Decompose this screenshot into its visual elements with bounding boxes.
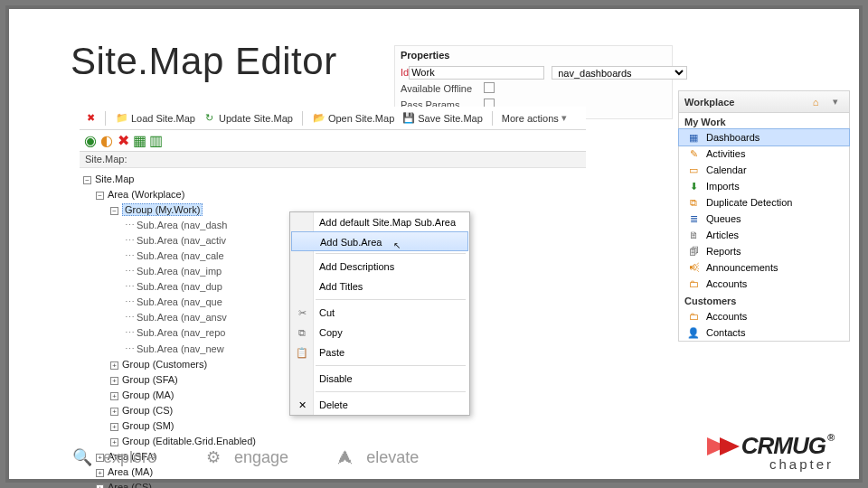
footer-engage: ⚙engage — [203, 447, 288, 467]
articles-icon: 🗎 — [686, 229, 701, 241]
editor-toolbar: ✖ 📁Load Site.Map ↻Update Site.Map 📂Open … — [80, 107, 586, 130]
copy-icon: ⧉ — [295, 325, 309, 340]
nav-item-accounts2[interactable]: 🗀Accounts — [679, 308, 849, 324]
prop-offline-checkbox[interactable] — [484, 82, 495, 93]
ctx-add-default-subarea[interactable]: Add default Site.Map Sub.Area — [290, 212, 469, 232]
load-sitemap-button[interactable]: 📁Load Site.Map — [111, 110, 199, 127]
calendar-icon: ▭ — [686, 164, 701, 176]
crm-nav-panel: Workplace ⌂ ▾ My Work ▦Dashboards ✎Activ… — [678, 90, 850, 342]
slide-title: Site.Map Editor — [71, 40, 337, 83]
tree-node-area-workplace[interactable]: −Area (Workplace) — [81, 187, 584, 202]
search-icon: 🔍 — [72, 447, 92, 467]
more-actions-button[interactable]: More actions▾ — [498, 110, 571, 126]
queues-icon: ≣ — [686, 212, 701, 225]
footer-elevate: ⮝elevate — [335, 447, 419, 467]
toggle-icon[interactable]: ◐ — [100, 135, 113, 147]
nav-item-dashboards[interactable]: ▦Dashboards — [679, 129, 849, 145]
ctx-copy[interactable]: ⧉Copy — [290, 323, 469, 343]
open-sitemap-button[interactable]: 📂Open Site.Map — [308, 110, 398, 127]
open-sitemap-label: Open Site.Map — [328, 113, 394, 124]
more-actions-label: More actions — [502, 113, 559, 124]
cut-icon: ✂ — [295, 305, 309, 320]
save-sitemap-button[interactable]: 💾Save Site.Map — [398, 110, 486, 127]
ctx-add-titles[interactable]: Add Titles — [290, 277, 469, 296]
ctx-paste[interactable]: 📋Paste — [290, 343, 469, 362]
update-sitemap-label: Update Site.Map — [219, 113, 293, 124]
save-sitemap-label: Save Site.Map — [418, 113, 483, 124]
prop-id-label: Id — [401, 67, 409, 78]
load-sitemap-label: Load Site.Map — [131, 113, 195, 124]
ctx-add-descriptions[interactable]: Add Descriptions — [290, 257, 469, 277]
nav-chevron-down-icon[interactable]: ▾ — [827, 94, 844, 110]
accounts-icon: 🗀 — [686, 310, 701, 323]
properties-header: Properties — [401, 50, 666, 61]
chevron-down-icon: ▾ — [561, 112, 567, 124]
prop-id-select[interactable]: nav_dashboards — [552, 66, 687, 80]
ctx-disable[interactable]: Disable — [290, 369, 469, 389]
nav-section-customers: Customers — [679, 292, 849, 308]
activities-icon: ✎ — [686, 147, 701, 160]
folder-icon: 📁 — [116, 112, 128, 125]
export-icon[interactable]: ▥ — [149, 135, 162, 147]
nav-section-mywork: My Work — [679, 113, 849, 129]
accounts-icon: 🗀 — [686, 277, 701, 290]
logo-triangle-icon — [720, 437, 740, 455]
slide-footer: 🔍explore ⚙engage ⮝elevate CRMUG® chapter — [9, 439, 859, 479]
footer-explore: 🔍explore — [72, 447, 156, 467]
nav-item-imports[interactable]: ⬇Imports — [679, 178, 849, 194]
contacts-icon: 👤 — [686, 326, 701, 339]
context-menu: Add default Site.Map Sub.Area Add Sub.Ar… — [289, 211, 470, 416]
nav-item-announcements[interactable]: 🕬Announcements — [679, 259, 849, 276]
nav-item-calendar[interactable]: ▭Calendar — [679, 162, 849, 178]
update-sitemap-button[interactable]: ↻Update Site.Map — [199, 110, 297, 127]
prop-id-input[interactable] — [409, 66, 544, 80]
refresh-icon: ↻ — [203, 112, 216, 125]
delete-x-icon: ✕ — [295, 398, 309, 412]
nav-title: Workplace — [684, 97, 804, 108]
ctx-delete[interactable]: ✕Delete — [290, 395, 469, 415]
reports-icon: 🗐 — [686, 245, 701, 258]
nav-item-queues[interactable]: ≣Queues — [679, 211, 849, 227]
sitemap-editor-panel: ✖ 📁Load Site.Map ↻Update Site.Map 📂Open … — [80, 107, 586, 432]
duplicate-icon: ⧉ — [686, 196, 701, 209]
gear-icon: ⚙ — [203, 447, 223, 467]
save-icon: 💾 — [402, 112, 415, 125]
close-icon[interactable]: ✖ — [84, 112, 97, 125]
home-icon[interactable]: ⌂ — [807, 94, 824, 110]
editor-toolbar-2: ◉ ◐ ✖ ▦ ▥ — [80, 130, 586, 152]
tree-node-group-sm[interactable]: +Group (SM) — [81, 418, 584, 434]
nav-item-accounts[interactable]: 🗀Accounts — [679, 276, 849, 292]
ctx-add-subarea[interactable]: Add Sub.Area↖ — [291, 231, 468, 251]
prop-offline-label: Available Offline — [401, 83, 484, 94]
delete-icon[interactable]: ✖ — [117, 135, 129, 147]
open-icon: 📂 — [313, 112, 326, 125]
announcements-icon: 🕬 — [686, 261, 701, 274]
nav-item-contacts[interactable]: 👤Contacts — [679, 324, 849, 341]
breadcrumb: Site.Map: — [80, 152, 586, 168]
arrow-up-icon: ⮝ — [335, 447, 355, 467]
crmug-logo: CRMUG® chapter — [707, 432, 834, 472]
tree-node-area-cs[interactable]: +Area (CS) — [81, 480, 584, 488]
nav-item-reports[interactable]: 🗐Reports — [679, 243, 849, 259]
paste-icon: 📋 — [295, 345, 309, 360]
add-icon[interactable]: ◉ — [84, 135, 97, 147]
nav-item-duplicate[interactable]: ⧉Duplicate Detection — [679, 194, 849, 211]
dashboard-icon: ▦ — [686, 131, 701, 144]
excel-icon[interactable]: ▦ — [133, 135, 146, 147]
tree-node-root[interactable]: −Site.Map — [81, 172, 584, 187]
nav-item-articles[interactable]: 🗎Articles — [679, 227, 849, 243]
imports-icon: ⬇ — [686, 180, 701, 192]
nav-item-activities[interactable]: ✎Activities — [679, 145, 849, 162]
ctx-cut[interactable]: ✂Cut — [290, 303, 469, 323]
cursor-icon: ↖ — [393, 236, 401, 256]
